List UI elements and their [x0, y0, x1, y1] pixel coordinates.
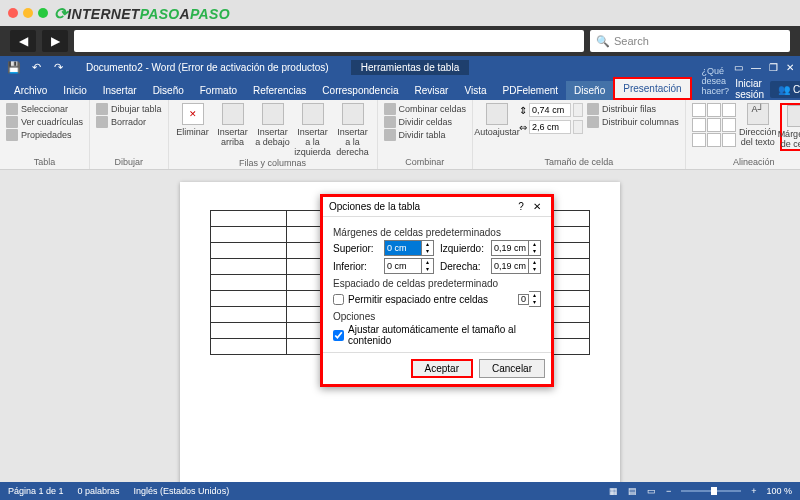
save-icon[interactable]: 💾: [6, 59, 22, 75]
undo-icon[interactable]: ↶: [28, 59, 44, 75]
tab-referencias[interactable]: Referencias: [245, 81, 314, 100]
merge-icon: [384, 103, 396, 115]
tab-formato[interactable]: Formato: [192, 81, 245, 100]
cmd-autoajustar[interactable]: Autoajustar: [479, 103, 515, 137]
status-lang[interactable]: Inglés (Estados Unidos): [134, 486, 230, 496]
input-inferior[interactable]: ▴▾: [384, 258, 434, 274]
input-derecha[interactable]: ▴▾: [491, 258, 541, 274]
checkbox-permitir-espaciado[interactable]: [333, 294, 344, 305]
url-bar[interactable]: [74, 30, 584, 52]
window-controls: [8, 8, 48, 18]
cmd-insertar-der[interactable]: Insertar a la derecha: [335, 103, 371, 157]
group-tabla-label: Tabla: [6, 157, 83, 167]
group-tabla: Seleccionar Ver cuadrículas Propiedades …: [0, 100, 90, 169]
minimize-dot[interactable]: [23, 8, 33, 18]
share-icon: 👥: [778, 84, 790, 95]
tab-archivo[interactable]: Archivo: [6, 81, 55, 100]
zoom-level[interactable]: 100 %: [766, 486, 792, 496]
dialog-titlebar[interactable]: Opciones de la tabla ? ✕: [323, 197, 551, 217]
tab-correspondencia[interactable]: Correspondencia: [314, 81, 406, 100]
col-width-input[interactable]: ⇔: [519, 120, 583, 134]
cmd-distribuir-filas[interactable]: Distribuir filas: [587, 103, 679, 115]
checkbox-ajustar-auto[interactable]: [333, 330, 344, 341]
share-button[interactable]: 👥 Compartir: [770, 81, 800, 98]
ribbon-opts-icon[interactable]: ▭: [734, 62, 743, 73]
input-spacing[interactable]: ▴▾: [518, 291, 541, 307]
status-page[interactable]: Página 1 de 1: [8, 486, 64, 496]
forward-button[interactable]: ▶: [42, 30, 68, 52]
cmd-borrador[interactable]: Borrador: [96, 116, 162, 128]
tab-diseno[interactable]: Diseño: [145, 81, 192, 100]
cmd-seleccionar[interactable]: Seleccionar: [6, 103, 83, 115]
browser-nav: ◀ ▶ 🔍 Search: [0, 26, 800, 56]
insert-below-icon: [262, 103, 284, 125]
dist-rows-icon: [587, 103, 599, 115]
group-dibujar-label: Dibujar: [96, 157, 162, 167]
tab-table-presentacion[interactable]: Presentación: [613, 77, 691, 100]
cmd-combinar-celdas[interactable]: Combinar celdas: [384, 103, 467, 115]
cmd-propiedades[interactable]: Propiedades: [6, 129, 83, 141]
cmd-margenes-celda[interactable]: Márgenes de celda: [780, 103, 800, 151]
cmd-dividir-celdas[interactable]: Dividir celdas: [384, 116, 467, 128]
zoom-slider[interactable]: [681, 490, 741, 492]
dist-cols-icon: [587, 116, 599, 128]
zoom-out-icon[interactable]: −: [666, 486, 671, 496]
search-box[interactable]: 🔍 Search: [590, 30, 790, 52]
minimize-icon[interactable]: —: [751, 62, 761, 73]
tell-me-search[interactable]: ¿Qué desea hacer?: [696, 62, 736, 100]
tab-insertar[interactable]: Insertar: [95, 81, 145, 100]
align-grid[interactable]: [692, 103, 736, 147]
close-dot[interactable]: [8, 8, 18, 18]
share-label: Compartir: [793, 84, 800, 95]
label-derecha: Derecha:: [440, 261, 485, 272]
dialog-close-icon[interactable]: ✕: [529, 201, 545, 212]
group-combinar-label: Combinar: [384, 157, 467, 167]
view-read-icon[interactable]: ▤: [628, 486, 637, 496]
tab-inicio[interactable]: Inicio: [55, 81, 94, 100]
input-izquierdo[interactable]: ▴▾: [491, 240, 541, 256]
group-tamano-label: Tamaño de celda: [479, 157, 679, 167]
input-superior[interactable]: ▴▾: [384, 240, 434, 256]
cmd-direccion-texto[interactable]: A┘Dirección del texto: [740, 103, 776, 147]
row-height-input[interactable]: ⇕: [519, 103, 583, 117]
site-logo: ⟳INTERNETPASOAPASO: [54, 4, 230, 23]
label-ajustar: Ajustar automáticamente el tamaño al con…: [348, 324, 541, 346]
cmd-eliminar[interactable]: ✕Eliminar: [175, 103, 211, 137]
tab-vista[interactable]: Vista: [456, 81, 494, 100]
insert-left-icon: [302, 103, 324, 125]
cancelar-button[interactable]: Cancelar: [479, 359, 545, 378]
group-alineacion: A┘Dirección del texto Márgenes de celda …: [686, 100, 800, 169]
maximize-dot[interactable]: [38, 8, 48, 18]
redo-icon[interactable]: ↷: [50, 59, 66, 75]
group-dibujar: Dibujar tabla Borrador Dibujar: [90, 100, 169, 169]
cmd-dividir-tabla[interactable]: Dividir tabla: [384, 129, 467, 141]
aceptar-button[interactable]: Aceptar: [411, 359, 473, 378]
cell-margins-icon: [787, 105, 800, 127]
cmd-insertar-arriba[interactable]: Insertar arriba: [215, 103, 251, 147]
label-permitir: Permitir espaciado entre celdas: [348, 294, 488, 305]
table-options-dialog: Opciones de la tabla ? ✕ Márgenes de cel…: [320, 194, 554, 387]
help-icon[interactable]: ?: [513, 201, 529, 212]
close-icon[interactable]: ✕: [786, 62, 794, 73]
ribbon-tabs: Archivo Inicio Insertar Diseño Formato R…: [0, 78, 800, 100]
insert-right-icon: [342, 103, 364, 125]
label-izquierdo: Izquierdo:: [440, 243, 485, 254]
cmd-ver-cuadriculas[interactable]: Ver cuadrículas: [6, 116, 83, 128]
view-web-icon[interactable]: ▭: [647, 486, 656, 496]
tab-pdfelement[interactable]: PDFelement: [495, 81, 567, 100]
group-alineacion-label: Alineación: [692, 157, 800, 167]
tab-revisar[interactable]: Revisar: [407, 81, 457, 100]
status-words[interactable]: 0 palabras: [78, 486, 120, 496]
zoom-in-icon[interactable]: +: [751, 486, 756, 496]
restore-icon[interactable]: ❐: [769, 62, 778, 73]
cmd-distribuir-cols[interactable]: Distribuir columnas: [587, 116, 679, 128]
back-button[interactable]: ◀: [10, 30, 36, 52]
cmd-insertar-izq[interactable]: Insertar a la izquierda: [295, 103, 331, 157]
insert-above-icon: [222, 103, 244, 125]
login-link[interactable]: Iniciar sesión: [735, 78, 764, 100]
tab-table-diseno[interactable]: Diseño: [566, 81, 613, 100]
cmd-dibujar-tabla[interactable]: Dibujar tabla: [96, 103, 162, 115]
view-print-icon[interactable]: ▦: [609, 486, 618, 496]
cmd-insertar-debajo[interactable]: Insertar a debajo: [255, 103, 291, 147]
select-icon: [6, 103, 18, 115]
